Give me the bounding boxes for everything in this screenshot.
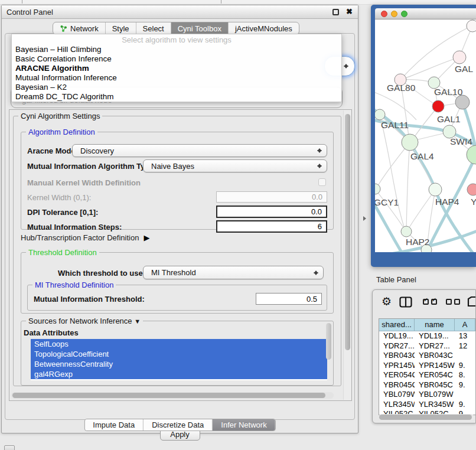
table-cell	[455, 390, 475, 400]
deselect-checkbox-icon[interactable]	[446, 299, 452, 305]
dropdown-item[interactable]: Basic Correlation Inference	[12, 54, 341, 64]
kernel-width-field[interactable]: 0.0	[216, 191, 327, 203]
network-node[interactable]	[402, 134, 418, 151]
network-canvas[interactable]: GAL GAL80 GAL10 GAL1 GAL11 SWI4 GAL4 GCY…	[375, 19, 476, 252]
dropdown-prompt: Select algorithm to view settings	[12, 34, 341, 45]
dropdown-item[interactable]: Bayesian – Hill Climbing	[12, 45, 341, 54]
tab-style[interactable]: Style	[105, 22, 136, 34]
table-cell: 12	[455, 341, 475, 351]
stepper-arrows-icon	[317, 147, 322, 154]
field-value: 6	[318, 222, 322, 231]
table-cell: YER054C	[379, 370, 415, 380]
deselect-checkbox-icon[interactable]	[454, 299, 460, 305]
tab-impute-data[interactable]: Impute Data	[84, 419, 143, 431]
network-node-label: SWI4	[450, 136, 472, 146]
network-node[interactable]	[429, 183, 442, 196]
mi-algorithm-type-combo[interactable]: Naive Bayes	[143, 159, 327, 172]
close-traffic-light-icon[interactable]	[381, 11, 387, 17]
dropdown-item[interactable]: Bayesian – K2	[12, 83, 341, 92]
network-node[interactable]	[467, 145, 476, 164]
aracne-mode-label: Aracne Mode:	[27, 146, 78, 155]
network-node[interactable]	[432, 100, 444, 112]
new-table-icon[interactable]	[467, 296, 476, 308]
network-node[interactable]	[467, 184, 476, 195]
field-value: 0.5	[307, 295, 317, 304]
table-row[interactable]: YDR27... YDR27... 12	[379, 341, 475, 351]
table-row[interactable]: YBR043C YBR043C	[379, 351, 475, 361]
hub-definition-expander[interactable]: Hub/Transcription Factor Definition ▶	[21, 233, 149, 242]
minimized-panel-icon[interactable]	[4, 445, 15, 450]
expanded-arrow-icon[interactable]: ▼	[134, 318, 141, 325]
network-node-label: GAL80	[387, 83, 416, 93]
attribute-item[interactable]: TopologicalCoefficient	[31, 349, 327, 359]
network-window-titlebar	[375, 8, 476, 19]
close-icon[interactable]: ✖	[346, 7, 353, 16]
scrollbar-thumb[interactable]	[12, 393, 325, 398]
dpi-tolerance-field[interactable]: 0.0	[216, 206, 327, 218]
table-cell: YPR145W	[415, 361, 455, 371]
tab-cyni-toolbox[interactable]: Cyni Toolbox	[171, 22, 228, 34]
tab-jactivemnodules[interactable]: jActiveMNodules	[228, 22, 299, 34]
network-node[interactable]	[453, 51, 466, 64]
attribute-item[interactable]: SelfLoops	[31, 339, 327, 349]
column-header[interactable]: shared...	[379, 319, 415, 331]
table-row[interactable]: YER054C YER054C 8.	[379, 370, 475, 380]
which-threshold-label: Which threshold to use:	[58, 269, 145, 278]
mi-steps-field[interactable]: 6	[216, 220, 327, 233]
tab-select[interactable]: Select	[136, 22, 171, 34]
table-body: YDL19... YDL19... 13 YDR27... YDR27... 1…	[379, 331, 475, 415]
network-node-label: Y	[471, 197, 476, 207]
network-node[interactable]	[375, 184, 380, 194]
table-row[interactable]: YLR345W YLR345W 9.	[379, 400, 475, 410]
network-node-label: GAL10	[434, 87, 463, 97]
which-threshold-combo[interactable]: MI Threshold	[143, 266, 324, 279]
zoom-traffic-light-icon[interactable]	[401, 11, 407, 17]
hub-definition-label: Hub/Transcription Factor Definition	[21, 233, 139, 242]
select-all-checkbox-icon[interactable]: ✓	[423, 299, 429, 305]
splitter-collapse-icon[interactable]	[363, 216, 369, 221]
algorithm-dropdown: Select algorithm to view settings Bayesi…	[11, 34, 342, 102]
aracne-mode-combo[interactable]: Discovery	[72, 144, 327, 157]
data-attributes-list: SelfLoopsTopologicalCoefficientBetweenne…	[31, 339, 327, 380]
network-node[interactable]	[401, 226, 412, 237]
tab-discretize-data[interactable]: Discretize Data	[143, 419, 212, 431]
settings-horizontal-scrollbar[interactable]	[11, 392, 334, 399]
network-graph: GAL GAL80 GAL10 GAL1 GAL11 SWI4 GAL4 GCY…	[375, 19, 476, 252]
tab-network[interactable]: Network	[53, 22, 105, 34]
attribute-item[interactable]: BetweennessCentrality	[31, 359, 327, 369]
float-panel-icon[interactable]	[332, 9, 339, 15]
mi-threshold-field[interactable]: 0.5	[256, 293, 322, 305]
list-scrollbar[interactable]	[326, 323, 331, 360]
attribute-item[interactable]: gal4RGexp	[31, 369, 327, 379]
node-table: shared... name A YDL19... YDL19... 13 YD…	[379, 318, 475, 415]
table-cell: YDL19...	[379, 331, 415, 341]
column-header[interactable]: name	[415, 319, 455, 331]
table-cell: YDR27...	[415, 341, 455, 351]
table-cell: 9.	[455, 361, 475, 371]
settings-vertical-scrollbar[interactable]	[343, 110, 351, 400]
settings-gear-icon[interactable]: ⚙	[382, 295, 392, 308]
table-horizontal-scrollbar[interactable]	[379, 414, 474, 420]
table-cell: 9.	[455, 400, 475, 410]
table-row[interactable]: YBR045C YBR045C 9.	[379, 380, 475, 390]
scrollbar-thumb[interactable]	[345, 114, 350, 350]
minimize-traffic-light-icon[interactable]	[391, 11, 397, 17]
table-row[interactable]: YBL079W YBL079W	[379, 390, 475, 400]
table-row[interactable]: YPR145W YPR145W 9.	[379, 361, 475, 371]
dropdown-item[interactable]: Mutual Information Inference	[12, 73, 341, 83]
network-node[interactable]	[375, 109, 385, 120]
split-columns-icon[interactable]	[399, 296, 412, 308]
table-cell: YPR145W	[379, 361, 415, 371]
panel-title: Control Panel	[6, 8, 53, 17]
dropdown-item[interactable]: ARACNE Algorithm	[12, 64, 341, 73]
network-node[interactable]	[467, 20, 476, 32]
column-header[interactable]: A	[455, 319, 475, 331]
table-row[interactable]: YDL19... YDL19... 13	[379, 331, 475, 341]
dropdown-item[interactable]: Dream8 DC_TDC Algorithm	[12, 92, 341, 102]
network-node[interactable]	[455, 95, 470, 109]
scrollbar-thumb[interactable]	[379, 415, 472, 420]
select-all-checkbox-icon[interactable]: ✓	[431, 299, 437, 305]
manual-kernel-checkbox[interactable]	[318, 178, 326, 186]
network-view-window: GAL GAL80 GAL10 GAL1 GAL11 SWI4 GAL4 GCY…	[371, 5, 476, 267]
tab-infer-network[interactable]: Infer Network	[212, 419, 275, 431]
